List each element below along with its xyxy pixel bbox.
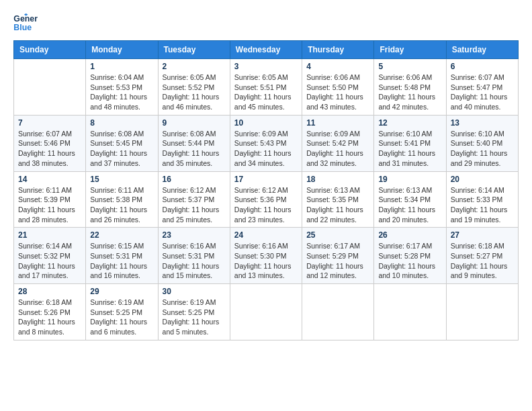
calendar-table: SundayMondayTuesdayWednesdayThursdayFrid… (13, 40, 519, 340)
calendar-cell: 21Sunrise: 6:14 AMSunset: 5:32 PMDayligh… (14, 228, 86, 284)
calendar-cell: 19Sunrise: 6:13 AMSunset: 5:34 PMDayligh… (374, 171, 446, 228)
day-info: Sunrise: 6:06 AMSunset: 5:50 PMDaylight:… (306, 73, 369, 112)
day-number: 6 (451, 62, 514, 71)
day-number: 15 (90, 175, 153, 184)
calendar-cell: 8Sunrise: 6:08 AMSunset: 5:45 PMDaylight… (86, 115, 158, 171)
calendar-cell: 5Sunrise: 6:06 AMSunset: 5:48 PMDaylight… (374, 59, 446, 116)
day-number: 24 (234, 230, 298, 240)
calendar-cell: 2Sunrise: 6:05 AMSunset: 5:52 PMDaylight… (158, 59, 230, 116)
day-info: Sunrise: 6:17 AMSunset: 5:28 PMDaylight:… (378, 241, 441, 281)
header-thursday: Thursday (302, 41, 374, 59)
calendar-cell: 26Sunrise: 6:17 AMSunset: 5:28 PMDayligh… (374, 228, 446, 284)
day-number: 23 (163, 230, 226, 240)
calendar-cell: 11Sunrise: 6:09 AMSunset: 5:42 PMDayligh… (302, 115, 374, 171)
day-info: Sunrise: 6:06 AMSunset: 5:48 PMDaylight:… (378, 73, 441, 112)
calendar-cell: 13Sunrise: 6:10 AMSunset: 5:40 PMDayligh… (446, 115, 518, 171)
calendar-week-row: 14Sunrise: 6:11 AMSunset: 5:39 PMDayligh… (14, 171, 519, 228)
calendar-cell: 9Sunrise: 6:08 AMSunset: 5:44 PMDaylight… (158, 115, 230, 171)
day-info: Sunrise: 6:10 AMSunset: 5:40 PMDaylight:… (451, 129, 514, 169)
header-saturday: Saturday (446, 41, 518, 59)
day-number: 10 (234, 118, 298, 128)
day-number: 11 (306, 118, 369, 128)
header-wednesday: Wednesday (230, 41, 302, 59)
logo: General Blue (13, 13, 40, 34)
calendar-cell: 20Sunrise: 6:14 AMSunset: 5:33 PMDayligh… (446, 171, 518, 228)
calendar-week-row: 21Sunrise: 6:14 AMSunset: 5:32 PMDayligh… (14, 228, 519, 284)
calendar-cell: 17Sunrise: 6:12 AMSunset: 5:36 PMDayligh… (230, 171, 302, 228)
day-number: 5 (378, 62, 441, 71)
day-number: 9 (163, 118, 226, 128)
day-info: Sunrise: 6:07 AMSunset: 5:47 PMDaylight:… (451, 73, 514, 112)
day-number: 27 (451, 230, 514, 240)
logo-icon: General Blue (13, 13, 38, 34)
calendar-cell: 12Sunrise: 6:10 AMSunset: 5:41 PMDayligh… (374, 115, 446, 171)
day-info: Sunrise: 6:09 AMSunset: 5:42 PMDaylight:… (306, 129, 369, 169)
day-number: 29 (90, 287, 153, 296)
calendar-cell: 25Sunrise: 6:17 AMSunset: 5:29 PMDayligh… (302, 228, 374, 284)
day-number: 22 (90, 230, 153, 240)
calendar-cell (14, 59, 86, 116)
day-info: Sunrise: 6:08 AMSunset: 5:44 PMDaylight:… (163, 129, 226, 169)
calendar-cell: 30Sunrise: 6:19 AMSunset: 5:25 PMDayligh… (158, 284, 230, 340)
calendar-cell: 18Sunrise: 6:13 AMSunset: 5:35 PMDayligh… (302, 171, 374, 228)
day-number: 20 (451, 175, 514, 184)
day-info: Sunrise: 6:18 AMSunset: 5:26 PMDaylight:… (18, 298, 81, 337)
calendar-cell: 7Sunrise: 6:07 AMSunset: 5:46 PMDaylight… (14, 115, 86, 171)
header-friday: Friday (374, 41, 446, 59)
calendar-cell (374, 284, 446, 340)
day-number: 1 (90, 62, 153, 71)
calendar-cell: 4Sunrise: 6:06 AMSunset: 5:50 PMDaylight… (302, 59, 374, 116)
day-info: Sunrise: 6:11 AMSunset: 5:38 PMDaylight:… (90, 185, 153, 225)
calendar-cell: 23Sunrise: 6:16 AMSunset: 5:31 PMDayligh… (158, 228, 230, 284)
calendar-cell: 28Sunrise: 6:18 AMSunset: 5:26 PMDayligh… (14, 284, 86, 340)
calendar-week-row: 28Sunrise: 6:18 AMSunset: 5:26 PMDayligh… (14, 284, 519, 340)
day-info: Sunrise: 6:16 AMSunset: 5:31 PMDaylight:… (163, 241, 226, 281)
day-number: 13 (451, 118, 514, 128)
calendar-cell (230, 284, 302, 340)
day-number: 7 (18, 118, 81, 128)
calendar-week-row: 1Sunrise: 6:04 AMSunset: 5:53 PMDaylight… (14, 59, 519, 116)
calendar-cell: 1Sunrise: 6:04 AMSunset: 5:53 PMDaylight… (86, 59, 158, 116)
day-number: 18 (306, 175, 369, 184)
calendar-cell: 29Sunrise: 6:19 AMSunset: 5:25 PMDayligh… (86, 284, 158, 340)
header-sunday: Sunday (14, 41, 86, 59)
day-info: Sunrise: 6:13 AMSunset: 5:35 PMDaylight:… (306, 185, 369, 225)
day-number: 17 (234, 175, 298, 184)
day-info: Sunrise: 6:11 AMSunset: 5:39 PMDaylight:… (18, 185, 81, 225)
calendar-cell: 3Sunrise: 6:05 AMSunset: 5:51 PMDaylight… (230, 59, 302, 116)
calendar-week-row: 7Sunrise: 6:07 AMSunset: 5:46 PMDaylight… (14, 115, 519, 171)
calendar-cell (446, 284, 518, 340)
day-info: Sunrise: 6:15 AMSunset: 5:31 PMDaylight:… (90, 241, 153, 281)
day-info: Sunrise: 6:10 AMSunset: 5:41 PMDaylight:… (378, 129, 441, 169)
calendar-cell: 27Sunrise: 6:18 AMSunset: 5:27 PMDayligh… (446, 228, 518, 284)
day-info: Sunrise: 6:14 AMSunset: 5:32 PMDaylight:… (18, 241, 81, 281)
day-number: 19 (378, 175, 441, 184)
day-info: Sunrise: 6:17 AMSunset: 5:29 PMDaylight:… (306, 241, 369, 281)
day-info: Sunrise: 6:18 AMSunset: 5:27 PMDaylight:… (451, 241, 514, 281)
day-info: Sunrise: 6:19 AMSunset: 5:25 PMDaylight:… (163, 298, 226, 337)
calendar-cell (302, 284, 374, 340)
header-monday: Monday (86, 41, 158, 59)
day-info: Sunrise: 6:04 AMSunset: 5:53 PMDaylight:… (90, 73, 153, 112)
day-info: Sunrise: 6:08 AMSunset: 5:45 PMDaylight:… (90, 129, 153, 169)
calendar-cell: 24Sunrise: 6:16 AMSunset: 5:30 PMDayligh… (230, 228, 302, 284)
calendar-cell: 14Sunrise: 6:11 AMSunset: 5:39 PMDayligh… (14, 171, 86, 228)
day-number: 14 (18, 175, 81, 184)
day-number: 25 (306, 230, 369, 240)
day-number: 3 (234, 62, 298, 71)
day-info: Sunrise: 6:12 AMSunset: 5:36 PMDaylight:… (234, 185, 298, 225)
day-number: 28 (18, 287, 81, 296)
day-number: 12 (378, 118, 441, 128)
calendar-cell: 16Sunrise: 6:12 AMSunset: 5:37 PMDayligh… (158, 171, 230, 228)
page-header: General Blue (13, 13, 519, 34)
calendar-cell: 6Sunrise: 6:07 AMSunset: 5:47 PMDaylight… (446, 59, 518, 116)
day-number: 21 (18, 230, 81, 240)
day-info: Sunrise: 6:13 AMSunset: 5:34 PMDaylight:… (378, 185, 441, 225)
calendar-cell: 10Sunrise: 6:09 AMSunset: 5:43 PMDayligh… (230, 115, 302, 171)
day-number: 4 (306, 62, 369, 71)
day-info: Sunrise: 6:14 AMSunset: 5:33 PMDaylight:… (451, 185, 514, 225)
calendar-header-row: SundayMondayTuesdayWednesdayThursdayFrid… (14, 41, 519, 59)
day-number: 30 (163, 287, 226, 296)
day-info: Sunrise: 6:19 AMSunset: 5:25 PMDaylight:… (90, 298, 153, 337)
day-number: 8 (90, 118, 153, 128)
